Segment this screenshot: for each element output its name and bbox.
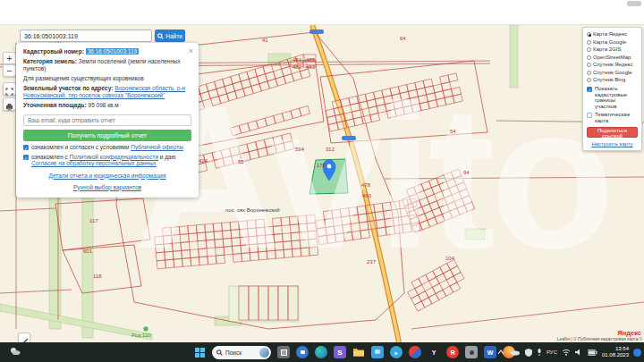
task-view-button[interactable] bbox=[277, 346, 290, 358]
consent-checkbox-checked[interactable]: ✓ bbox=[23, 155, 29, 160]
radio-icon[interactable] bbox=[587, 40, 591, 45]
checkbox-icon[interactable]: ✓ bbox=[587, 87, 592, 92]
share-link-button[interactable]: Поделиться ссылкой bbox=[587, 127, 638, 138]
radio-icon[interactable] bbox=[587, 55, 591, 60]
defender-shield-icon[interactable] bbox=[525, 349, 532, 357]
zoom-out-button[interactable]: − bbox=[3, 64, 16, 77]
print-button[interactable] bbox=[3, 97, 16, 111]
time: 13:54 bbox=[602, 346, 629, 352]
app-icon-badge[interactable] bbox=[409, 346, 421, 358]
taskbar-clock[interactable]: 13:54 01.08.2023 bbox=[602, 346, 629, 358]
notification-bell[interactable] bbox=[633, 349, 641, 357]
search-icon bbox=[216, 349, 223, 356]
radio-icon[interactable] bbox=[587, 32, 591, 37]
yandex-browser-icon[interactable]: Я bbox=[446, 346, 459, 358]
address-row: Земельный участок по адресу: Воронежская… bbox=[23, 85, 191, 99]
email-input[interactable] bbox=[23, 114, 191, 126]
camera-app-icon[interactable] bbox=[465, 346, 478, 358]
map-attribution[interactable]: Leaflet | © Публичная кадастровая карта … bbox=[557, 337, 642, 341]
fullscreen-button[interactable] bbox=[3, 82, 16, 96]
chat-app-icon[interactable] bbox=[296, 346, 309, 358]
usage-row: Для размещения существующих коровников bbox=[23, 75, 191, 82]
parcel-info-panel: × Кадастровый номер: 36:16:0501003:119 К… bbox=[16, 43, 199, 198]
report-details-link[interactable]: Детали отчета и юридическая информация bbox=[48, 173, 165, 179]
poi-label: Род.110 bbox=[131, 333, 151, 338]
close-icon[interactable]: × bbox=[189, 46, 193, 55]
radio-icon[interactable] bbox=[587, 63, 591, 67]
layer-option[interactable]: Карта Яндекс bbox=[587, 31, 638, 38]
volume-icon[interactable] bbox=[575, 349, 583, 356]
cadastral-number-value: 36:16:0501003:119 bbox=[86, 48, 140, 55]
taskbar-search-label: Поиск bbox=[225, 349, 242, 356]
language-indicator[interactable]: РУС bbox=[547, 349, 557, 355]
radio-icon[interactable] bbox=[587, 71, 591, 75]
layer-option[interactable]: Спутник Bing bbox=[587, 77, 638, 83]
area-row: Уточненная площадь: 95 098 кв.м bbox=[23, 102, 191, 109]
tray-caret-icon[interactable] bbox=[496, 349, 505, 356]
consent-privacy-row[interactable]: ✓ ознакомлен с Политикой конфиденциально… bbox=[23, 154, 191, 167]
taskbar-search-box[interactable]: Поиск bbox=[212, 346, 271, 359]
village-label: пос. свх Воронежский bbox=[225, 207, 280, 213]
layer-checkbox[interactable]: Тематическая карта bbox=[587, 112, 638, 123]
manual-select-link[interactable]: Ручной выбор вариантов bbox=[73, 184, 141, 190]
telegram-icon[interactable]: ▸ bbox=[390, 346, 402, 358]
layer-options: Карта ЯндексКарта GoogleКарта 2GISOpenSt… bbox=[587, 31, 638, 83]
search-button-label: Найти bbox=[165, 33, 182, 39]
layer-option[interactable]: Карта Google bbox=[587, 39, 638, 46]
scrollbar-thumb[interactable] bbox=[627, 1, 641, 6]
taskbar: Поиск S ✉ ▸ Y Я W bbox=[0, 342, 644, 362]
layer-checkboxes: ✓Показать кадастровые границы участковТе… bbox=[587, 86, 638, 123]
date: 01.08.2023 bbox=[602, 352, 629, 358]
widgets-button[interactable] bbox=[9, 344, 21, 360]
file-explorer-icon[interactable] bbox=[352, 346, 365, 358]
consent-checkbox-checked[interactable]: ✓ bbox=[23, 145, 29, 150]
spring-poi-icon[interactable] bbox=[143, 326, 148, 332]
start-button[interactable] bbox=[193, 346, 206, 358]
road-label bbox=[342, 136, 356, 140]
green-strip bbox=[510, 25, 518, 88]
zoom-in-button[interactable]: + bbox=[3, 52, 16, 64]
search-highlight-image bbox=[259, 348, 269, 358]
personal-data-link[interactable]: Согласие на обработку персональных данны… bbox=[31, 160, 157, 166]
folder-icon bbox=[353, 348, 364, 357]
land-category-row: Категория земель: Земли поселений (земли… bbox=[23, 58, 191, 72]
get-report-button[interactable]: Получить подробный отчет bbox=[23, 130, 191, 141]
configure-map-link[interactable]: Настроить карту bbox=[587, 141, 638, 147]
layer-option[interactable]: Спутник Google bbox=[587, 70, 638, 76]
word-app-icon[interactable]: W bbox=[484, 346, 496, 358]
weather-widget-icon bbox=[9, 346, 21, 357]
battery-icon[interactable] bbox=[588, 349, 597, 356]
screen: Avito 5943121784784904844854824831176011… bbox=[0, 0, 644, 362]
search-icon bbox=[157, 33, 164, 39]
mail-app-icon[interactable]: ✉ bbox=[371, 346, 384, 358]
area-value: 95 098 кв.м bbox=[89, 102, 119, 108]
app-icon-s[interactable]: S bbox=[334, 346, 346, 358]
app-icon-y[interactable]: Y bbox=[428, 346, 440, 358]
privacy-policy-link[interactable]: Политикой конфиденциальности bbox=[70, 154, 158, 160]
cadastral-number-label: Кадастровый номер: bbox=[23, 48, 84, 55]
radio-icon[interactable] bbox=[587, 78, 591, 82]
yandex-logo[interactable]: Яндекс bbox=[617, 329, 641, 337]
radio-icon[interactable] bbox=[587, 47, 591, 52]
expand-icon bbox=[5, 88, 13, 96]
cadastral-search-input[interactable] bbox=[20, 29, 152, 42]
wifi-icon[interactable] bbox=[562, 349, 571, 356]
cadastral-number-row: Кадастровый номер: 36:16:0501003:119 bbox=[23, 48, 191, 55]
search-button[interactable]: Найти bbox=[155, 29, 185, 42]
layer-option[interactable]: Карта 2GIS bbox=[587, 46, 638, 53]
layer-option[interactable]: Спутник Яндекс bbox=[587, 62, 638, 68]
layer-option[interactable]: OpenStreetMap bbox=[587, 55, 638, 61]
map-marker-dot bbox=[327, 164, 332, 169]
windows-logo-icon bbox=[195, 348, 205, 358]
edge-browser-icon[interactable] bbox=[315, 346, 327, 358]
measure-tool-button[interactable] bbox=[18, 333, 30, 342]
road-label bbox=[309, 29, 324, 34]
onedrive-icon[interactable] bbox=[510, 349, 521, 356]
browser-top-strip bbox=[0, 0, 644, 25]
consent-offer-row[interactable]: ✓ ознакомлен и согласен с условиями Публ… bbox=[23, 144, 191, 151]
printer-icon bbox=[5, 103, 13, 111]
checkbox-icon[interactable] bbox=[587, 113, 592, 118]
offer-link[interactable]: Публичной оферты bbox=[131, 144, 183, 150]
layer-checkbox[interactable]: ✓Показать кадастровые границы участков bbox=[587, 86, 638, 109]
microphone-icon[interactable] bbox=[537, 349, 542, 357]
